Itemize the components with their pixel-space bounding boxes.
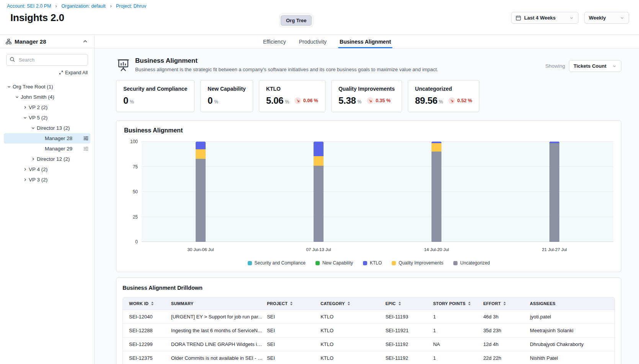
bar-segment-uncategorized[interactable]	[549, 143, 559, 242]
tree-item[interactable]: VP 2 (2)	[4, 102, 90, 113]
legend-item[interactable]: Security and Compliance	[248, 260, 306, 266]
sort-icon	[151, 302, 154, 305]
table-row[interactable]: SEI-12040[URGENT] EY > Support for job r…	[123, 310, 614, 324]
stat-card: Security and Compliance0%	[116, 80, 194, 112]
column-header-effort[interactable]: EFFORT	[483, 301, 530, 306]
date-range-select[interactable]: Last 4 Weeks	[511, 12, 579, 24]
breadcrumb-link[interactable]: Organization: default	[61, 3, 105, 9]
tab-bar: EfficiencyProductivityBusiness Alignment	[95, 35, 639, 49]
legend-item[interactable]: Uncategorized	[453, 260, 490, 266]
column-header-label: EFFORT	[483, 301, 501, 306]
stat-value-row: 0%	[208, 95, 246, 106]
column-header-category[interactable]: CATEGORY	[320, 301, 385, 306]
column-header-assignees[interactable]: ASSIGNEES	[530, 301, 614, 306]
stat-card-value: 5.06	[266, 95, 284, 106]
y-axis-tick-label: 100	[124, 139, 138, 144]
chevron-right-icon[interactable]	[29, 155, 37, 163]
table-cell: 1	[433, 328, 483, 333]
tree-item[interactable]: Director 13 (2)	[4, 123, 90, 133]
column-header-story-points[interactable]: STORY POINTS	[433, 301, 483, 306]
breadcrumb-link[interactable]: Account: SEI 2.0 PM	[7, 3, 51, 9]
column-header-summary[interactable]: SUMMARY	[171, 301, 267, 306]
tree-item[interactable]: Director 12 (2)	[4, 154, 90, 164]
column-header-project[interactable]: PROJECT	[267, 301, 320, 306]
x-axis-tick-label: 21 Jul-27 Jul	[495, 247, 613, 252]
stat-card-title: New Capability	[208, 86, 246, 92]
table-cell: 1	[433, 314, 483, 320]
y-axis-tick-label: 25	[124, 214, 138, 220]
column-header-label: ASSIGNEES	[530, 301, 556, 306]
tab-efficiency[interactable]: Efficiency	[263, 35, 286, 48]
org-tree-button[interactable]: Org Tree	[281, 15, 312, 26]
tree-item[interactable]: VP 4 (2)	[4, 164, 90, 175]
legend-item[interactable]: New Capability	[315, 260, 353, 266]
bars-layer	[142, 142, 613, 242]
sidebar-title: Manager 28	[15, 38, 79, 45]
stat-value-row: 5.06%0.06 %	[266, 95, 318, 106]
table-cell: SEI-12040	[123, 314, 171, 320]
tree-item[interactable]: Manager 29	[4, 144, 90, 154]
showing-label: Showing	[545, 63, 565, 69]
search-input[interactable]	[6, 54, 88, 66]
tree-item[interactable]: John Smith (4)	[4, 92, 90, 102]
stacked-bar	[314, 142, 324, 242]
breadcrumb: Account: SEI 2.0 PMOrganization: default…	[7, 3, 629, 9]
bar-segment-ktlo[interactable]	[314, 142, 324, 156]
stat-card: Quality Improvements5.38%0.35 %	[331, 80, 402, 112]
chevron-down-icon[interactable]	[29, 124, 37, 132]
chevron-right-icon[interactable]	[21, 166, 29, 173]
chevron-down-icon[interactable]	[21, 114, 29, 121]
tree-item[interactable]: VP 5 (2)	[4, 113, 90, 123]
chevron-right-icon[interactable]	[21, 176, 29, 183]
bar-segment-quality-improvements[interactable]	[314, 156, 324, 166]
table-cell: 46d 3h	[483, 314, 530, 320]
legend-item[interactable]: KTLO	[363, 260, 382, 266]
column-header-label: CATEGORY	[320, 301, 345, 306]
bar-segment-uncategorized[interactable]	[314, 166, 324, 242]
tab-business-alignment[interactable]: Business Alignment	[340, 35, 391, 48]
bar-segment-quality-improvements[interactable]	[196, 149, 206, 159]
filter-sliders-icon[interactable]	[83, 146, 89, 152]
expand-all-button[interactable]: Expand All	[59, 70, 88, 75]
table-row[interactable]: SEI-12375Older Commits is not available …	[123, 351, 614, 364]
tab-productivity[interactable]: Productivity	[299, 35, 327, 48]
drilldown-table: WORK IDSUMMARYPROJECTCATEGORYEPICSTORY P…	[123, 297, 615, 364]
bar-segment-uncategorized[interactable]	[431, 152, 441, 242]
legend-label: Security and Compliance	[255, 260, 306, 266]
table-cell: 12d 4h	[483, 341, 530, 347]
chevron-down-icon[interactable]	[5, 83, 13, 90]
tree-item[interactable]: Manager 28	[4, 133, 90, 144]
x-axis-tick-label: 14 Jul-20 Jul	[378, 247, 495, 252]
bar-segment-uncategorized[interactable]	[196, 159, 206, 242]
chart-x-labels: 30 Jun-06 Jul07 Jul-13 Jul14 Jul-20 Jul2…	[142, 247, 613, 252]
table-body: SEI-12040[URGENT] EY > Support for job r…	[123, 310, 614, 364]
bar-segment-ktlo[interactable]	[196, 142, 206, 149]
date-range-value: Last 4 Weeks	[524, 15, 566, 21]
stat-delta-badge: 0.06 %	[294, 97, 318, 104]
table-cell: 22d 22h	[483, 355, 530, 361]
breadcrumb-link[interactable]: Project: Dhruv	[116, 3, 146, 9]
chevron-right-icon[interactable]	[21, 104, 29, 111]
stat-card-value: 5.38	[338, 95, 356, 106]
chart-title: Business Alignment	[124, 127, 613, 134]
column-header-work-id[interactable]: WORK ID	[123, 301, 171, 306]
table-row[interactable]: SEI-12299DORA TREND LINE GRAPH Widgets i…	[123, 338, 614, 351]
column-header-epic[interactable]: EPIC	[386, 301, 433, 306]
tree-item-label: Manager 28	[45, 135, 72, 141]
tree-indent-spacer	[38, 145, 45, 152]
stat-delta-value: 0.52 %	[457, 98, 472, 103]
tree-item[interactable]: VP 3 (2)	[4, 175, 90, 185]
legend-item[interactable]: Quality Improvements	[392, 260, 443, 266]
granularity-select[interactable]: Weekly	[584, 12, 629, 24]
tree-item[interactable]: Org Tree Root (1)	[4, 82, 90, 92]
table-row[interactable]: SEI-12288Ingesting the last 6 months of …	[123, 324, 614, 338]
chevron-down-icon[interactable]	[13, 93, 21, 101]
filter-sliders-icon[interactable]	[83, 135, 89, 141]
table-cell: KTLO	[320, 314, 385, 320]
table-cell: SEI-11193	[386, 314, 433, 320]
bar-segment-quality-improvements[interactable]	[431, 143, 441, 152]
tree-item-label: Manager 29	[45, 146, 72, 152]
granularity-value: Weekly	[589, 15, 617, 21]
collapse-sidebar-button[interactable]	[82, 38, 88, 45]
showing-select[interactable]: Tickets Count	[569, 60, 621, 72]
